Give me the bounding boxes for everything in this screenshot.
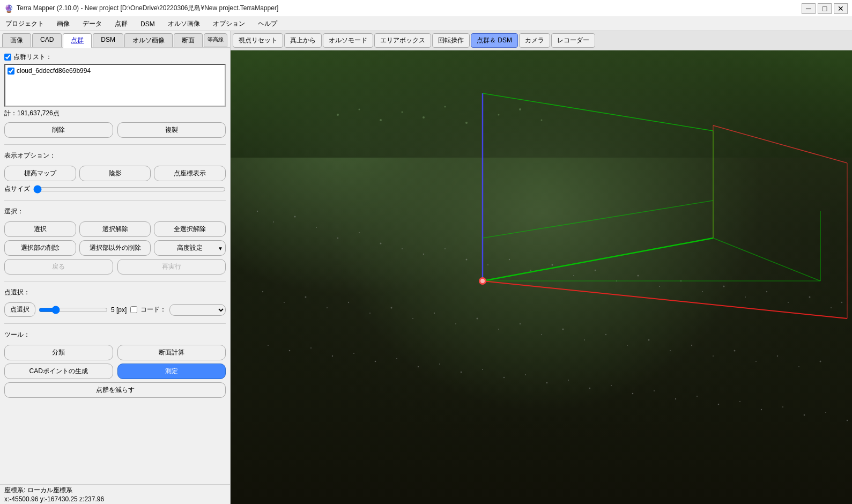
display-options: 表示オプション： 標高マップ 陰影 点座標表示 点サイズ (4, 151, 226, 194)
point-list-label: 点群リスト： (13, 53, 52, 62)
undo-redo-row: 戻る 再実行 (4, 259, 226, 275)
code-label: コード： (140, 305, 166, 314)
point-coords-button[interactable]: 点座標表示 (154, 166, 226, 181)
point-select-label: 点選択： (4, 288, 226, 297)
cloud-item-checkbox[interactable] (8, 68, 14, 75)
point-select-button[interactable]: 点選択 (4, 302, 35, 317)
tab-dsm[interactable]: DSM (93, 33, 123, 47)
reset-view-button[interactable]: 視点リセット (233, 33, 283, 48)
cloud-item-name: cloud_6ddecfd86e69b994 (17, 67, 91, 75)
point-cloud-background (231, 50, 852, 504)
dropdown-icon: ▼ (218, 245, 223, 251)
delete-selected-button[interactable]: 選択部の削除 (4, 240, 76, 256)
tab-ortho[interactable]: オルソ画像 (124, 33, 173, 47)
point-dsm-button[interactable]: 点群＆ DSM (471, 33, 518, 48)
tools-row-2: CADポイントの生成 測定 (4, 364, 226, 379)
main-area: 画像 CAD 点群 DSM オルソ画像 断面 等高線 点群リスト： cloud_… (0, 31, 852, 504)
tools-row-3: 点群を減らす (4, 382, 226, 398)
select-button[interactable]: 選択 (4, 221, 76, 237)
point-count: 計：191,637,726点 (4, 109, 226, 118)
deselect-all-button[interactable]: 全選択解除 (154, 221, 226, 237)
redo-button[interactable]: 再実行 (117, 259, 226, 275)
minimize-button[interactable]: ─ (802, 3, 816, 14)
menu-help[interactable]: ヘルプ (255, 18, 280, 29)
display-options-label: 表示オプション： (4, 151, 226, 160)
code-select[interactable] (169, 304, 226, 316)
camera-button[interactable]: カメラ (519, 33, 550, 48)
menu-dsm[interactable]: DSM (137, 19, 158, 29)
shadow-button[interactable]: 陰影 (79, 166, 151, 181)
viewport[interactable]: 視点リセット 真上から オルソモード エリアボックス 回転操作 点群＆ DSM … (231, 31, 852, 504)
tab-pointcloud[interactable]: 点群 (63, 33, 92, 48)
tab-cross-section[interactable]: 断面 (174, 33, 203, 47)
menu-pointcloud[interactable]: 点群 (112, 18, 131, 29)
panel-content: 点群リスト： cloud_6ddecfd86e69b994 計：191,637,… (0, 48, 230, 402)
window-controls: ─ □ ✕ (802, 3, 848, 14)
classify-button[interactable]: 分類 (4, 345, 113, 360)
menu-ortho[interactable]: オルソ画像 (165, 18, 203, 29)
deselect-button[interactable]: 選択解除 (79, 221, 151, 237)
altitude-setting-button[interactable]: 高度設定 ▼ (154, 240, 226, 256)
app-title: Terra Mapper (2.10.0) - New project [D:\… (17, 4, 278, 13)
app-logo: 🔮 (4, 4, 13, 13)
delete-duplicate-row: 削除 複製 (4, 122, 226, 138)
menu-options[interactable]: オプション (210, 18, 248, 29)
menu-project[interactable]: プロジェクト (2, 18, 47, 29)
point-list-box: cloud_6ddecfd86e69b994 (4, 64, 226, 107)
close-button[interactable]: ✕ (834, 3, 848, 14)
recorder-button[interactable]: レコーダー (551, 33, 595, 48)
point-select-section: 点選択： 点選択 5 [px] コード： (4, 288, 226, 317)
left-panel: 画像 CAD 点群 DSM オルソ画像 断面 等高線 点群リスト： cloud_… (0, 31, 231, 504)
list-item: cloud_6ddecfd86e69b994 (8, 67, 223, 75)
elevation-map-button[interactable]: 標高マップ (4, 166, 76, 181)
px-value: 5 [px] (111, 306, 127, 314)
tab-cad[interactable]: CAD (32, 33, 62, 47)
cross-section-button[interactable]: 断面計算 (117, 345, 226, 360)
select-row-1: 選択 選択解除 全選択解除 (4, 221, 226, 237)
divider-4 (4, 323, 226, 324)
measure-button[interactable]: 測定 (117, 364, 226, 379)
point-size-slider[interactable] (33, 185, 226, 194)
tab-contour[interactable]: 等高線 (204, 33, 227, 47)
point-list-header: 点群リスト： (4, 53, 226, 62)
divider-2 (4, 200, 226, 201)
point-cloud-canvas[interactable] (231, 50, 852, 504)
menu-image[interactable]: 画像 (54, 18, 73, 29)
maximize-button[interactable]: □ (818, 3, 832, 14)
point-list-section: 点群リスト： cloud_6ddecfd86e69b994 計：191,637,… (4, 53, 226, 118)
duplicate-button[interactable]: 複製 (117, 122, 226, 138)
undo-button[interactable]: 戻る (4, 259, 113, 275)
size-label: 点サイズ (4, 184, 30, 194)
titlebar-left: 🔮 Terra Mapper (2.10.0) - New project [D… (4, 4, 278, 13)
tab-bar: 画像 CAD 点群 DSM オルソ画像 断面 等高線 (0, 31, 230, 48)
status-bar: 座標系: ローカル座標系 x:-45500.96 y:-167430.25 z:… (0, 484, 230, 504)
point-select-row: 点選択 5 [px] コード： (4, 302, 226, 317)
select-section: 選択： 選択 選択解除 全選択解除 選択部の削除 選択部以外の削除 高度設定 ▼… (4, 207, 226, 275)
menu-data[interactable]: データ (79, 18, 105, 29)
display-options-buttons: 標高マップ 陰影 点座標表示 (4, 166, 226, 181)
code-checkbox[interactable] (130, 306, 137, 313)
select-label: 選択： (4, 207, 226, 216)
menubar: プロジェクト 画像 データ 点群 DSM オルソ画像 オプション ヘルプ (0, 17, 852, 31)
titlebar: 🔮 Terra Mapper (2.10.0) - New project [D… (0, 0, 852, 17)
tools-row-1: 分類 断面計算 (4, 345, 226, 360)
ortho-mode-button[interactable]: オルソモード (323, 33, 373, 48)
point-list-toggle[interactable] (4, 54, 11, 61)
divider-3 (4, 281, 226, 281)
cad-point-button[interactable]: CADポイントの生成 (4, 364, 113, 379)
delete-others-button[interactable]: 選択部以外の削除 (79, 240, 151, 256)
tools-section: ツール： 分類 断面計算 CADポイントの生成 測定 点群を減らす (4, 330, 226, 398)
top-view-button[interactable]: 真上から (284, 33, 322, 48)
rotate-button[interactable]: 回転操作 (432, 33, 470, 48)
delete-button[interactable]: 削除 (4, 122, 113, 138)
size-row: 点サイズ (4, 184, 226, 194)
tab-image[interactable]: 画像 (2, 33, 31, 47)
reduce-points-button[interactable]: 点群を減らす (4, 382, 226, 398)
viewport-toolbar: 視点リセット 真上から オルソモード エリアボックス 回転操作 点群＆ DSM … (231, 31, 852, 50)
tools-label: ツール： (4, 330, 226, 339)
point-select-slider[interactable] (39, 306, 108, 314)
coordinate-system: 座標系: ローカル座標系 (4, 486, 226, 495)
divider-1 (4, 144, 226, 145)
area-box-button[interactable]: エリアボックス (374, 33, 431, 48)
select-row-2: 選択部の削除 選択部以外の削除 高度設定 ▼ (4, 240, 226, 256)
